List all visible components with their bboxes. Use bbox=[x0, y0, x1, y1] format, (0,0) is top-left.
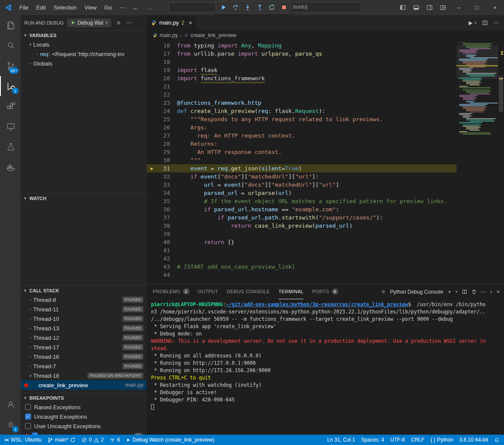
scrollbar-thumb[interactable] bbox=[499, 76, 503, 112]
activity-source-control[interactable]: 1K+ bbox=[0, 56, 21, 76]
continue-button[interactable] bbox=[218, 2, 229, 13]
variables-req-row[interactable]: › req: <Request 'http://charming-tro bbox=[21, 49, 147, 59]
panel-tab[interactable]: OUTPUT bbox=[198, 284, 218, 299]
variables-header[interactable]: ∨ VARIABLES bbox=[21, 30, 147, 40]
thread-status-badge: PAUSED bbox=[123, 325, 143, 331]
forward-arrow-icon[interactable]: → bbox=[142, 4, 156, 11]
cursor-position[interactable]: Ln 31, Col 1 bbox=[327, 437, 355, 443]
toggle-panel-icon[interactable] bbox=[410, 4, 423, 11]
editor-more-icon[interactable]: ⋯ bbox=[493, 19, 499, 26]
breakpoint-row[interactable]: ✓ Uncaught Exceptions bbox=[21, 412, 147, 421]
call-stack-frame-row[interactable]: create_link_preview main.py bbox=[21, 380, 147, 390]
call-stack-thread-row[interactable]: › Thread-7 PAUSED bbox=[21, 361, 147, 371]
run-dropdown-chevron-icon[interactable]: ∨ bbox=[474, 21, 477, 25]
terminal-output[interactable]: pierrick@LAPTOP-HKU5PNNG:~/git/add-ons-s… bbox=[151, 301, 503, 432]
run-python-file-button[interactable]: ▶ bbox=[469, 20, 472, 26]
tab-main-py[interactable]: main.py 2 × bbox=[147, 15, 197, 30]
breakpoint-checkbox[interactable] bbox=[25, 423, 31, 429]
split-terminal-icon[interactable] bbox=[462, 289, 467, 295]
step-into-button[interactable] bbox=[242, 2, 253, 13]
eol-setting[interactable]: CRLF bbox=[411, 437, 424, 443]
step-over-button[interactable] bbox=[230, 2, 241, 13]
indentation-setting[interactable]: Spaces: 4 bbox=[361, 437, 384, 443]
kill-terminal-icon[interactable] bbox=[471, 289, 477, 295]
branch-indicator[interactable]: main* bbox=[47, 437, 76, 443]
python-interpreter[interactable]: 3.8.10 64-bit bbox=[459, 437, 488, 443]
back-arrow-icon[interactable]: ← bbox=[129, 4, 142, 11]
variables-globals-row[interactable]: › Globals bbox=[21, 59, 147, 68]
activity-run-and-debug[interactable]: 1 bbox=[0, 76, 21, 96]
activity-testing[interactable] bbox=[0, 137, 21, 157]
call-stack-thread-row[interactable]: › Thread-8 PAUSED bbox=[21, 295, 147, 304]
maximize-button[interactable]: □ bbox=[468, 0, 486, 15]
call-stack-thread-row[interactable]: › Thread-12 PAUSED bbox=[21, 333, 147, 342]
maximize-panel-icon[interactable]: ∧ bbox=[490, 290, 493, 294]
close-tab-icon[interactable]: × bbox=[189, 19, 192, 26]
close-window-button[interactable]: × bbox=[486, 0, 504, 15]
breakpoint-row[interactable]: Raised Exceptions bbox=[21, 402, 147, 412]
activity-search[interactable] bbox=[0, 35, 21, 56]
step-out-button[interactable] bbox=[254, 2, 265, 13]
debug-status[interactable]: Debug Watch (create_link_preview) bbox=[126, 437, 214, 443]
new-terminal-button[interactable]: + bbox=[448, 288, 451, 295]
toggle-secondary-sidebar-icon[interactable] bbox=[423, 4, 436, 11]
toggle-sidebar-icon[interactable] bbox=[396, 4, 410, 11]
sidebar-more-icon[interactable]: ⋯ bbox=[126, 19, 132, 26]
menu-selection[interactable]: Selection bbox=[50, 0, 80, 15]
menu-bar: File Edit Selection View Go ⋯ bbox=[16, 0, 129, 15]
chevron-icon: › bbox=[28, 345, 33, 349]
breakpoints-header[interactable]: ∨ BREAKPOINTS bbox=[21, 393, 147, 402]
call-stack-thread-row[interactable]: › Thread-10 PAUSED bbox=[21, 314, 147, 323]
activity-remote-explorer[interactable] bbox=[0, 116, 21, 137]
close-panel-icon[interactable]: × bbox=[496, 288, 500, 295]
activity-accounts[interactable] bbox=[0, 394, 21, 414]
panel-tab[interactable]: DEBUG CONSOLE bbox=[227, 284, 270, 299]
problems-indicator[interactable]: 0 2 bbox=[82, 437, 104, 443]
call-stack-thread-row[interactable]: › Thread-16 PAUSED bbox=[21, 352, 147, 361]
split-editor-icon[interactable] bbox=[482, 20, 488, 26]
panel-tab[interactable]: PROBLEMS 2 bbox=[153, 284, 189, 299]
call-stack-header[interactable]: ∨ CALL STACK bbox=[21, 285, 147, 295]
panel-more-icon[interactable]: ⋯ bbox=[481, 288, 486, 295]
breadcrumb-symbol[interactable]: create_link_preview bbox=[191, 32, 236, 38]
breakpoint-checkbox[interactable] bbox=[25, 404, 31, 410]
minimize-button[interactable]: – bbox=[450, 0, 468, 15]
ports-indicator[interactable]: 6 bbox=[110, 437, 120, 443]
customize-layout-icon[interactable] bbox=[436, 4, 450, 11]
stop-button[interactable] bbox=[278, 2, 289, 13]
editor-content[interactable]: 16from typing import Any, Mapping17from … bbox=[147, 40, 457, 284]
menu-view[interactable]: View bbox=[81, 0, 101, 15]
notifications-bell[interactable] bbox=[494, 437, 500, 443]
call-stack-thread-row[interactable]: › Thread-13 PAUSED bbox=[21, 323, 147, 333]
call-stack-thread-row[interactable]: ∨ Thread-18 PAUSED ON BREAKPOINT bbox=[21, 371, 147, 380]
activity-settings[interactable]: 1 bbox=[0, 414, 21, 435]
menu-file[interactable]: File bbox=[16, 0, 32, 15]
breakpoint-checkbox[interactable]: ✓ bbox=[25, 414, 31, 420]
watch-header[interactable]: ∨ WATCH bbox=[21, 193, 147, 203]
editor-scrollbar[interactable] bbox=[498, 40, 504, 284]
panel-tab[interactable]: PORTS 6 bbox=[312, 284, 338, 299]
call-stack-thread-row[interactable]: › Thread-17 PAUSED bbox=[21, 342, 147, 352]
remote-indicator[interactable]: >< WSL: Ubuntu bbox=[4, 437, 41, 443]
breakpoint-row[interactable]: User Uncaught Exceptions bbox=[21, 421, 147, 431]
activity-extensions[interactable] bbox=[0, 96, 21, 116]
activity-docker[interactable] bbox=[0, 157, 21, 177]
menu-go[interactable]: Go bbox=[101, 0, 116, 15]
language-mode[interactable]: { } Python bbox=[431, 437, 454, 443]
terminal-profile-label[interactable]: Python Debug Console bbox=[390, 289, 443, 295]
breadcrumb-file[interactable]: main.py bbox=[160, 32, 178, 38]
encoding-setting[interactable]: UTF-8 bbox=[390, 437, 405, 443]
activity-explorer[interactable] bbox=[0, 15, 21, 35]
variables-locals-row[interactable]: ∨ Locals bbox=[21, 40, 147, 49]
panel-tab[interactable]: TERMINAL bbox=[278, 284, 303, 299]
breakpoint-row[interactable]: ✓ main.py 31 bbox=[21, 431, 147, 435]
menu-edit[interactable]: Edit bbox=[32, 0, 50, 15]
globals-label: Globals bbox=[33, 60, 52, 67]
new-terminal-dropdown-icon[interactable]: ∨ bbox=[455, 290, 458, 294]
call-stack-thread-row[interactable]: › Thread-11 PAUSED bbox=[21, 304, 147, 314]
debug-settings-gear-icon[interactable] bbox=[116, 20, 122, 26]
debug-config-dropdown[interactable]: Debug Wat ∨ bbox=[67, 19, 111, 27]
menu-more-icon[interactable]: ⋯ bbox=[116, 0, 129, 15]
restart-button[interactable] bbox=[266, 2, 277, 13]
minimap[interactable] bbox=[457, 40, 498, 284]
